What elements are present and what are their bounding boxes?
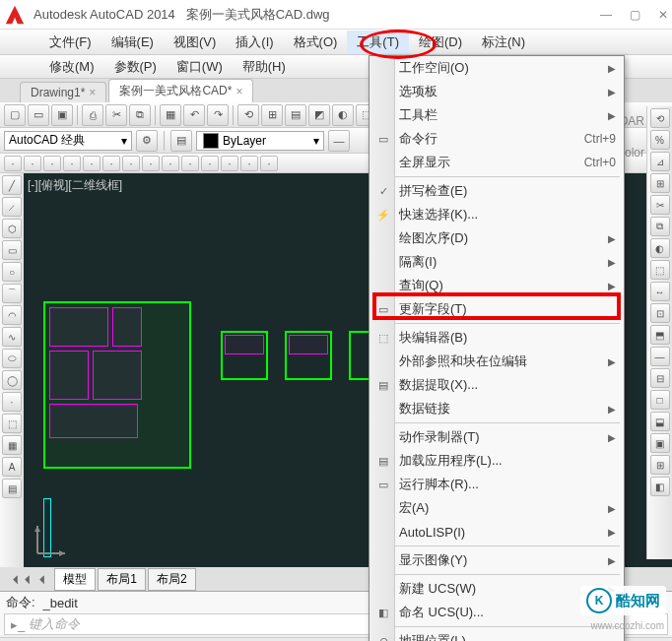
menu-插入[interactable]: 插入(I) bbox=[226, 31, 283, 54]
menu-编辑[interactable]: 编辑(E) bbox=[101, 31, 164, 54]
menu-item-全屏显示[interactable]: 全屏显示Ctrl+0 bbox=[370, 151, 624, 174]
draw-tool-13[interactable]: A bbox=[2, 457, 22, 477]
modify-tool-9[interactable]: ⊡ bbox=[650, 303, 670, 323]
draw-tool-10[interactable]: · bbox=[2, 392, 22, 412]
minimize-icon[interactable]: ― bbox=[600, 8, 612, 22]
draw-tool-9[interactable]: ◯ bbox=[2, 370, 22, 390]
layer-select[interactable]: ByLayer▾ bbox=[196, 131, 324, 151]
menu-窗口[interactable]: 窗口(W) bbox=[167, 55, 233, 79]
toolbar-btn-12[interactable]: ◩ bbox=[308, 104, 330, 126]
toolbar-btn-11[interactable]: ▤ bbox=[285, 104, 306, 126]
close-tab-icon[interactable]: × bbox=[235, 85, 242, 98]
menu-参数[interactable]: 参数(P) bbox=[104, 55, 167, 79]
toolbar2-btn-5[interactable]: · bbox=[102, 156, 120, 171]
draw-tool-3[interactable]: ▭ bbox=[2, 240, 22, 260]
menu-item-命令行[interactable]: ▭命令行Ctrl+9 bbox=[370, 127, 624, 151]
toolbar-btn-8[interactable]: ↷ bbox=[207, 104, 229, 126]
modify-tool-13[interactable]: □ bbox=[650, 390, 670, 410]
menu-item-拼写检查[interactable]: ✓拼写检查(E) bbox=[370, 179, 624, 203]
draw-tool-2[interactable]: ⬡ bbox=[2, 219, 22, 238]
menu-item-更新字段[interactable]: ▭更新字段(T) bbox=[370, 297, 624, 321]
menu-标注[interactable]: 标注(N) bbox=[472, 31, 535, 54]
modify-tool-8[interactable]: ↔ bbox=[650, 282, 670, 301]
modify-tool-16[interactable]: ⊞ bbox=[650, 455, 670, 475]
toolbar2-btn-7[interactable]: · bbox=[142, 156, 160, 171]
toolbar-btn-2[interactable]: ▣ bbox=[51, 104, 73, 126]
menu-item-工作空间[interactable]: 工作空间(O)▶ bbox=[370, 56, 624, 80]
draw-tool-1[interactable]: ⟋ bbox=[2, 197, 22, 217]
modify-tool-10[interactable]: ⬒ bbox=[650, 325, 670, 345]
viewport-label[interactable]: [-][俯视][二维线框] bbox=[28, 177, 122, 194]
draw-tool-7[interactable]: ∿ bbox=[2, 327, 22, 347]
menu-item-选项板[interactable]: 选项板▶ bbox=[370, 80, 624, 103]
menu-文件[interactable]: 文件(F) bbox=[39, 31, 101, 54]
menu-item-绘图次序[interactable]: 绘图次序(D)▶ bbox=[370, 226, 624, 250]
menu-item-显示图像[interactable]: 显示图像(Y)▶ bbox=[370, 548, 624, 572]
workspace-settings-icon[interactable]: ⚙ bbox=[136, 130, 158, 152]
toolbar2-btn-9[interactable]: · bbox=[181, 156, 199, 171]
modify-tool-6[interactable]: ◐ bbox=[650, 238, 670, 258]
menu-item-动作录制器[interactable]: 动作录制器(T)▶ bbox=[370, 425, 624, 449]
draw-tool-8[interactable]: ⬭ bbox=[2, 349, 22, 368]
menu-item-运行脚本[interactable]: ▭运行脚本(R)... bbox=[370, 473, 624, 496]
modify-tool-5[interactable]: ⧉ bbox=[650, 217, 670, 236]
toolbar2-btn-10[interactable]: · bbox=[201, 156, 219, 171]
toolbar2-btn-13[interactable]: · bbox=[260, 156, 278, 171]
toolbar-btn-10[interactable]: ⊞ bbox=[261, 104, 283, 126]
linetype-btn[interactable]: — bbox=[328, 130, 350, 152]
layout-tab-布局2[interactable]: 布局2 bbox=[148, 568, 196, 591]
menu-绘图[interactable]: 绘图(D) bbox=[409, 31, 472, 54]
toolbar-btn-6[interactable]: ▦ bbox=[160, 104, 181, 126]
menu-item-块编辑器[interactable]: ⬚块编辑器(B) bbox=[370, 326, 624, 350]
modify-tool-15[interactable]: ▣ bbox=[650, 433, 670, 453]
menu-格式[interactable]: 格式(O) bbox=[284, 31, 348, 54]
toolbar2-btn-6[interactable]: · bbox=[122, 156, 140, 171]
layout-tab-模型[interactable]: 模型 bbox=[54, 568, 96, 591]
menu-item-隔离[interactable]: 隔离(I)▶ bbox=[370, 250, 624, 274]
menu-修改[interactable]: 修改(M) bbox=[39, 55, 104, 79]
modify-tool-11[interactable]: — bbox=[650, 347, 670, 366]
modify-tool-7[interactable]: ⬚ bbox=[650, 260, 670, 280]
toolbar-btn-9[interactable]: ⟲ bbox=[237, 104, 259, 126]
menu-item-宏[interactable]: 宏(A)▶ bbox=[370, 496, 624, 520]
tab-nav-prev-icon[interactable]: ⏴⏴ ⏴ bbox=[10, 572, 48, 586]
workspace-select[interactable]: AutoCAD 经典▾ bbox=[4, 131, 132, 151]
menu-item-外部参照和块在位编辑[interactable]: 外部参照和块在位编辑▶ bbox=[370, 350, 624, 373]
toolbar-btn-3[interactable]: ⎙ bbox=[82, 104, 103, 126]
toolbar2-btn-0[interactable]: · bbox=[4, 156, 22, 171]
modify-tool-4[interactable]: ✂ bbox=[650, 195, 670, 215]
file-tab[interactable]: Drawing1*× bbox=[20, 82, 106, 102]
menu-视图[interactable]: 视图(V) bbox=[164, 31, 226, 54]
menu-item-地理位置[interactable]: ⊙地理位置(L)... bbox=[370, 629, 624, 641]
draw-tool-4[interactable]: ○ bbox=[2, 262, 22, 282]
menu-item-查询[interactable]: 查询(Q)▶ bbox=[370, 274, 624, 297]
toolbar2-btn-4[interactable]: · bbox=[83, 156, 101, 171]
menu-帮助[interactable]: 帮助(H) bbox=[233, 55, 296, 79]
draw-tool-14[interactable]: ▤ bbox=[2, 479, 22, 498]
file-tab[interactable]: 案例一美式风格CAD*× bbox=[108, 79, 253, 102]
modify-tool-0[interactable]: ⟲ bbox=[650, 108, 670, 128]
menu-item-AutoLISP[interactable]: AutoLISP(I)▶ bbox=[370, 520, 624, 544]
command-input[interactable]: 键入命令 bbox=[29, 615, 80, 633]
menu-item-加载应用程序[interactable]: ▤加载应用程序(L)... bbox=[370, 449, 624, 473]
menu-工具[interactable]: 工具(T) bbox=[347, 31, 409, 54]
toolbar2-btn-12[interactable]: · bbox=[240, 156, 258, 171]
draw-tool-0[interactable]: ╱ bbox=[2, 175, 22, 195]
draw-tool-12[interactable]: ▦ bbox=[2, 435, 22, 455]
menu-item-工具栏[interactable]: 工具栏▶ bbox=[370, 103, 624, 127]
layer-btn[interactable]: ▤ bbox=[170, 130, 192, 152]
menu-item-快速选择[interactable]: ⚡快速选择(K)... bbox=[370, 203, 624, 226]
modify-tool-2[interactable]: ⊿ bbox=[650, 152, 670, 171]
toolbar-btn-13[interactable]: ◐ bbox=[332, 104, 354, 126]
menu-item-数据提取[interactable]: ▤数据提取(X)... bbox=[370, 373, 624, 397]
toolbar2-btn-1[interactable]: · bbox=[24, 156, 41, 171]
toolbar2-btn-8[interactable]: · bbox=[162, 156, 179, 171]
toolbar-btn-7[interactable]: ↶ bbox=[183, 104, 205, 126]
toolbar2-btn-2[interactable]: · bbox=[43, 156, 61, 171]
maximize-icon[interactable]: ▢ bbox=[630, 8, 640, 22]
modify-tool-14[interactable]: ⬓ bbox=[650, 412, 670, 431]
draw-tool-6[interactable]: ◠ bbox=[2, 305, 22, 325]
toolbar-btn-5[interactable]: ⧉ bbox=[129, 104, 151, 126]
toolbar-btn-0[interactable]: ▢ bbox=[4, 104, 26, 126]
close-tab-icon[interactable]: × bbox=[89, 86, 96, 99]
